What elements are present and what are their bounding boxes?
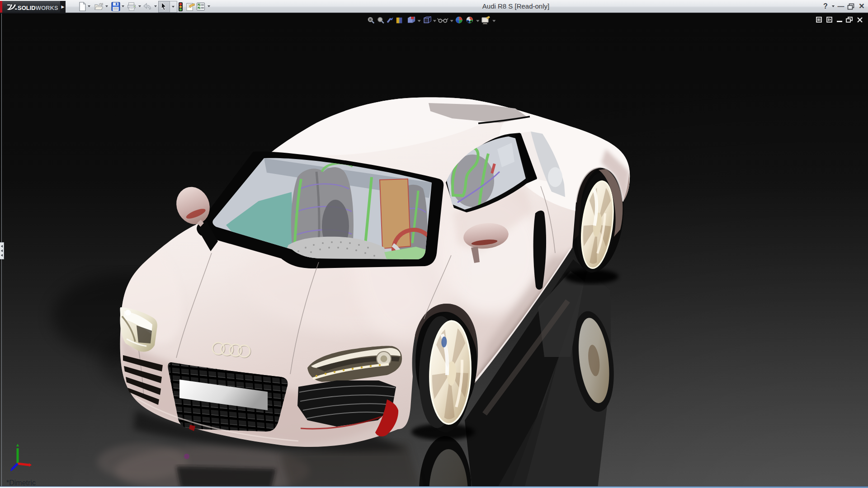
svg-text:*Dimetric: *Dimetric bbox=[6, 479, 36, 487]
